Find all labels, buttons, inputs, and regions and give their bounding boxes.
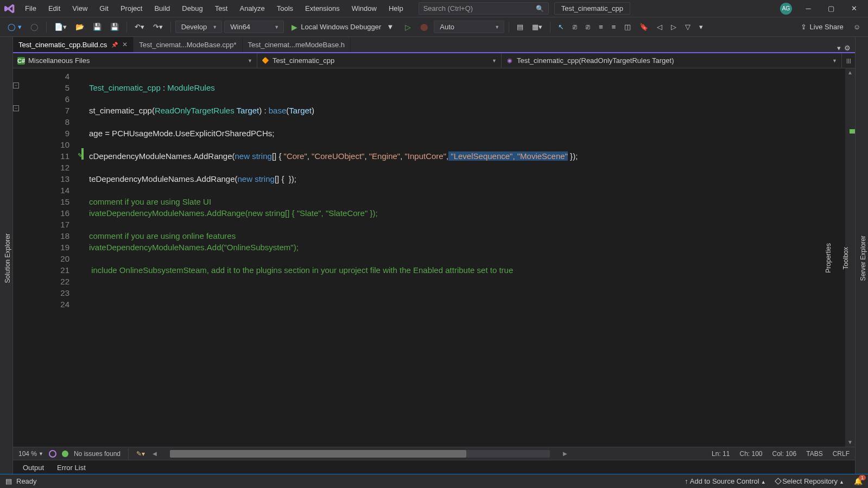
ok-status-icon — [62, 451, 68, 457]
menu-project[interactable]: Project — [115, 2, 148, 15]
nav-member-dropdown[interactable]: ◉ Test_cinematic_cpp(ReadOnlyTargetRules… — [502, 53, 842, 68]
menu-file[interactable]: File — [20, 2, 42, 15]
menu-edit[interactable]: Edit — [43, 2, 66, 15]
pin-icon[interactable]: 📌 — [111, 42, 118, 48]
close-button[interactable]: ✕ — [843, 0, 865, 17]
vs-logo-icon — [3, 2, 16, 15]
nav-scope-dropdown[interactable]: C# Miscellaneous Files ▼ — [13, 53, 257, 68]
tab-modebase-cpp[interactable]: Test_cinemat...ModeBase.cpp* — [134, 37, 242, 52]
search-icon: 🔍 — [536, 5, 544, 12]
issues-label: No issues found — [74, 450, 121, 458]
tabs-indicator[interactable]: TABS — [806, 450, 822, 458]
indent-icon[interactable]: ≡ — [609, 21, 619, 33]
col-indicator[interactable]: Col: 106 — [772, 450, 797, 458]
nav-back-button[interactable]: ◯ ▾ — [4, 21, 25, 33]
add-source-control-button[interactable]: ↑ Add to Source Control▲ — [685, 477, 765, 485]
tab-modebase-h[interactable]: Test_cinemat...meModeBase.h — [243, 37, 351, 52]
menu-view[interactable]: View — [67, 2, 93, 15]
quick-action-icon[interactable]: ✎ — [78, 150, 83, 161]
main-toolbar: ◯ ▾ ◯ 📄▾ 📂 💾 💾 ↶▾ ↷▾ Develop▼ Win64▼ ▶Lo… — [0, 17, 868, 37]
auto-dropdown[interactable]: Auto▼ — [434, 21, 504, 33]
fold-toggle[interactable]: − — [13, 105, 19, 111]
menu-analyze[interactable]: Analyze — [234, 2, 270, 15]
menu-test[interactable]: Test — [210, 2, 233, 15]
close-icon[interactable]: ✕ — [122, 41, 128, 48]
menu-extensions[interactable]: Extensions — [300, 2, 345, 15]
search-input[interactable]: Search (Ctrl+Q) 🔍 — [419, 2, 549, 15]
fold-toggle[interactable]: − — [13, 83, 19, 88]
live-share-button[interactable]: ⇪Live Share — [796, 21, 848, 33]
nav-type-dropdown[interactable]: 🔶 Test_cinematic_cpp ▼ — [257, 53, 502, 68]
user-avatar[interactable]: AG — [780, 3, 792, 15]
left-tool-rail: Solution Explorer Class View Property Ma… — [0, 37, 13, 474]
menu-debug[interactable]: Debug — [176, 2, 208, 15]
bottom-panel-tabs: Output Error List — [13, 460, 855, 474]
rail-server-explorer[interactable]: Server Explorer — [858, 232, 868, 284]
bookmark-next-icon[interactable]: ▷ — [668, 21, 680, 33]
crlf-indicator[interactable]: CRLF — [833, 450, 850, 458]
nav-member-label: Test_cinematic_cpp(ReadOnlyTargetRules T… — [517, 56, 674, 65]
brush-icon[interactable]: ✎▾ — [136, 450, 145, 458]
notifications-button[interactable]: 🔔1 — [854, 477, 863, 485]
start-without-debug-button[interactable]: ▷ — [401, 20, 415, 34]
toolbar-icon-3[interactable]: ⎚ — [569, 21, 580, 33]
tab-label: Test_cinemat...ModeBase.cpp* — [139, 41, 236, 49]
tab-build-cs[interactable]: Test_cinematic_cpp.Build.cs 📌 ✕ — [13, 37, 134, 52]
tab-dropdown-icon[interactable]: ▾ — [837, 44, 841, 52]
toolbar-icon-2[interactable]: ▦▾ — [529, 21, 546, 33]
scroll-up-arrow[interactable]: ▲ — [845, 68, 855, 77]
tab-settings-icon[interactable]: ⚙ — [844, 44, 851, 52]
config-dropdown[interactable]: Develop▼ — [175, 21, 223, 33]
line-number-gutter: 45−67−891011✎12131415161718192021222324 — [13, 68, 84, 447]
open-button[interactable]: 📂 — [72, 21, 87, 33]
zoom-control[interactable]: 104 %▼ — [18, 450, 43, 458]
solution-title: Test_cinematic_cpp — [554, 2, 630, 15]
toolbar-overflow[interactable]: ▾ — [696, 21, 706, 33]
toolbar-icon-1[interactable]: ▤ — [514, 21, 527, 33]
hot-reload-button[interactable]: ⬤ — [417, 21, 432, 33]
right-tool-rail: Server Explorer Toolbox Properties — [855, 37, 868, 474]
menu-build[interactable]: Build — [149, 2, 175, 15]
undo-button[interactable]: ↶▾ — [131, 21, 148, 33]
horizontal-scrollbar[interactable] — [170, 450, 550, 458]
navigation-bar: C# Miscellaneous Files ▼ 🔶 Test_cinemati… — [13, 53, 855, 68]
error-list-tab[interactable]: Error List — [50, 461, 92, 474]
save-all-button[interactable]: 💾 — [107, 21, 122, 33]
minimize-button[interactable]: ─ — [797, 0, 819, 17]
scroll-down-arrow[interactable]: ▼ — [845, 438, 855, 447]
output-tab[interactable]: Output — [16, 461, 50, 474]
new-item-button[interactable]: 📄▾ — [51, 21, 70, 33]
rail-solution-explorer[interactable]: Solution Explorer — [3, 230, 12, 286]
start-debug-button[interactable]: ▶Local Windows Debugger▼ — [286, 21, 399, 33]
code-editor[interactable]: Test_cinematic_cpp : ModuleRulesst_cinem… — [84, 68, 845, 447]
csharp-icon: C# — [17, 57, 25, 65]
select-repository-button[interactable]: Select Repository▲ — [776, 477, 844, 485]
menu-help[interactable]: Help — [383, 2, 409, 15]
menu-window[interactable]: Window — [346, 2, 382, 15]
bookmark-prev-icon[interactable]: ◁ — [654, 21, 666, 33]
share-icon: ⇪ — [801, 23, 807, 31]
save-button[interactable]: 💾 — [90, 21, 105, 33]
hscroll-left-arrow[interactable]: ◀ — [150, 451, 159, 457]
bookmark-clear-icon[interactable]: ▽ — [682, 21, 694, 33]
code-health-icon[interactable] — [49, 450, 56, 458]
hscroll-right-arrow[interactable]: ▶ — [561, 451, 569, 457]
split-editor-icon[interactable]: ⫼ — [842, 53, 855, 68]
comment-icon[interactable]: ◫ — [621, 21, 634, 33]
line-indicator[interactable]: Ln: 11 — [712, 450, 730, 458]
maximize-button[interactable]: ▢ — [820, 0, 842, 17]
toolbar-icon-4[interactable]: ⎚ — [582, 21, 593, 33]
outdent-icon[interactable]: ≡ — [595, 21, 606, 33]
redo-button[interactable]: ↷▾ — [150, 21, 166, 33]
nav-forward-button[interactable]: ◯ — [27, 21, 42, 33]
bookmark-icon[interactable]: 🔖 — [636, 21, 651, 33]
menu-git[interactable]: Git — [94, 2, 114, 15]
menu-tools[interactable]: Tools — [271, 2, 299, 15]
menu-bar: File Edit View Git Project Build Debug T… — [0, 0, 868, 17]
feedback-icon[interactable]: ☺ — [850, 21, 864, 33]
platform-dropdown[interactable]: Win64▼ — [224, 21, 284, 33]
rail-toolbox[interactable]: Toolbox — [841, 244, 851, 272]
cursor-icon[interactable]: ↖ — [555, 21, 567, 33]
char-indicator[interactable]: Ch: 100 — [739, 450, 762, 458]
rail-properties[interactable]: Properties — [823, 240, 833, 276]
